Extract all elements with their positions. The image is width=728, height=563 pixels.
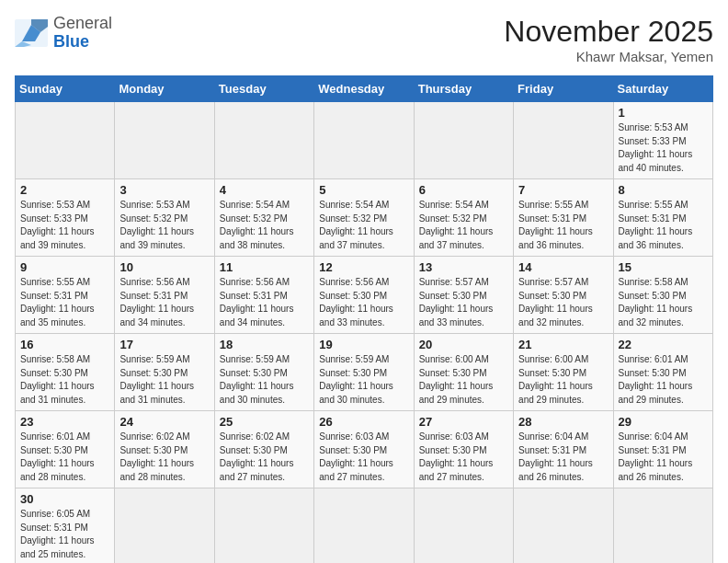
day-number: 22 [619,338,708,351]
calendar-cell [314,488,414,564]
page-header: General Blue November 2025 Khawr Maksar,… [15,15,713,64]
weekday-header: Friday [514,76,613,102]
calendar-cell: 27Sunrise: 6:03 AM Sunset: 5:30 PM Dayli… [414,411,513,488]
calendar-cell [214,102,313,179]
calendar-cell: 20Sunrise: 6:00 AM Sunset: 5:30 PM Dayli… [414,334,513,411]
day-info: Sunrise: 5:53 AM Sunset: 5:33 PM Dayligh… [20,199,109,252]
day-info: Sunrise: 6:04 AM Sunset: 5:31 PM Dayligh… [518,431,608,484]
logo-icon [15,19,48,47]
day-info: Sunrise: 5:56 AM Sunset: 5:30 PM Dayligh… [319,276,408,329]
day-info: Sunrise: 5:55 AM Sunset: 5:31 PM Dayligh… [518,199,608,252]
calendar-cell: 15Sunrise: 5:58 AM Sunset: 5:30 PM Dayli… [613,257,712,334]
day-info: Sunrise: 5:54 AM Sunset: 5:32 PM Dayligh… [319,199,408,252]
calendar-cell [414,102,513,179]
calendar-week-row: 1Sunrise: 5:53 AM Sunset: 5:33 PM Daylig… [16,102,713,179]
logo: General Blue [15,15,112,52]
day-info: Sunrise: 5:59 AM Sunset: 5:30 PM Dayligh… [119,353,209,407]
calendar-cell: 9Sunrise: 5:55 AM Sunset: 5:31 PM Daylig… [16,257,115,334]
day-number: 24 [119,415,209,429]
day-number: 5 [319,183,408,197]
calendar-cell: 5Sunrise: 5:54 AM Sunset: 5:32 PM Daylig… [314,179,414,257]
day-number: 29 [619,415,708,429]
calendar-cell [314,102,414,179]
calendar-cell: 6Sunrise: 5:54 AM Sunset: 5:32 PM Daylig… [414,179,513,257]
weekday-header: Monday [115,76,214,102]
day-info: Sunrise: 6:05 AM Sunset: 5:31 PM Dayligh… [20,508,109,561]
calendar-cell: 3Sunrise: 5:53 AM Sunset: 5:32 PM Daylig… [115,179,214,257]
day-number: 28 [518,415,608,429]
day-number: 21 [518,338,608,351]
day-number: 7 [518,183,608,197]
calendar-table: SundayMondayTuesdayWednesdayThursdayFrid… [15,75,713,563]
day-info: Sunrise: 6:03 AM Sunset: 5:30 PM Dayligh… [319,431,408,484]
month-year-title: November 2025 [504,15,713,49]
day-info: Sunrise: 5:56 AM Sunset: 5:31 PM Dayligh… [220,276,309,329]
logo-text: General Blue [53,15,112,52]
day-info: Sunrise: 6:02 AM Sunset: 5:30 PM Dayligh… [119,431,209,484]
calendar-cell [16,102,115,179]
day-info: Sunrise: 5:56 AM Sunset: 5:31 PM Dayligh… [119,276,209,329]
calendar-cell: 4Sunrise: 5:54 AM Sunset: 5:32 PM Daylig… [214,179,313,257]
calendar-cell: 10Sunrise: 5:56 AM Sunset: 5:31 PM Dayli… [115,257,214,334]
weekday-header: Saturday [613,76,712,102]
day-info: Sunrise: 5:53 AM Sunset: 5:32 PM Dayligh… [119,199,209,252]
day-info: Sunrise: 5:57 AM Sunset: 5:30 PM Dayligh… [518,276,608,329]
day-number: 23 [20,415,109,429]
day-number: 2 [20,183,109,197]
calendar-week-row: 2Sunrise: 5:53 AM Sunset: 5:33 PM Daylig… [16,179,713,257]
calendar-week-row: 30Sunrise: 6:05 AM Sunset: 5:31 PM Dayli… [16,488,713,564]
day-number: 20 [419,338,508,351]
day-number: 6 [419,183,508,197]
calendar-cell: 21Sunrise: 6:00 AM Sunset: 5:30 PM Dayli… [514,334,613,411]
day-info: Sunrise: 5:53 AM Sunset: 5:33 PM Dayligh… [619,121,708,175]
day-info: Sunrise: 5:57 AM Sunset: 5:30 PM Dayligh… [419,276,508,329]
calendar-cell [514,488,613,564]
calendar-cell: 16Sunrise: 5:58 AM Sunset: 5:30 PM Dayli… [16,334,115,411]
calendar-cell: 28Sunrise: 6:04 AM Sunset: 5:31 PM Dayli… [514,411,613,488]
calendar-cell: 8Sunrise: 5:55 AM Sunset: 5:31 PM Daylig… [613,179,712,257]
calendar-cell: 29Sunrise: 6:04 AM Sunset: 5:31 PM Dayli… [613,411,712,488]
day-info: Sunrise: 5:59 AM Sunset: 5:30 PM Dayligh… [220,353,309,407]
day-number: 8 [619,183,708,197]
day-info: Sunrise: 5:54 AM Sunset: 5:32 PM Dayligh… [419,199,508,252]
logo-blue: Blue [53,32,89,51]
weekday-header: Thursday [414,76,513,102]
day-number: 12 [319,260,408,274]
calendar-cell: 23Sunrise: 6:01 AM Sunset: 5:30 PM Dayli… [16,411,115,488]
day-number: 14 [518,260,608,274]
calendar-cell [115,488,214,564]
day-number: 13 [419,260,508,274]
day-info: Sunrise: 5:55 AM Sunset: 5:31 PM Dayligh… [619,199,708,252]
calendar-cell: 11Sunrise: 5:56 AM Sunset: 5:31 PM Dayli… [214,257,313,334]
day-info: Sunrise: 6:01 AM Sunset: 5:30 PM Dayligh… [20,431,109,484]
calendar-week-row: 23Sunrise: 6:01 AM Sunset: 5:30 PM Dayli… [16,411,713,488]
day-number: 26 [319,415,408,429]
calendar-week-row: 9Sunrise: 5:55 AM Sunset: 5:31 PM Daylig… [16,257,713,334]
calendar-cell: 26Sunrise: 6:03 AM Sunset: 5:30 PM Dayli… [314,411,414,488]
day-info: Sunrise: 6:00 AM Sunset: 5:30 PM Dayligh… [518,353,608,407]
day-number: 25 [220,415,309,429]
day-number: 18 [220,338,309,351]
calendar-cell [115,102,214,179]
day-number: 3 [119,183,209,197]
calendar-cell: 13Sunrise: 5:57 AM Sunset: 5:30 PM Dayli… [414,257,513,334]
location-subtitle: Khawr Maksar, Yemen [504,49,713,64]
weekday-header: Wednesday [314,76,414,102]
calendar-cell: 12Sunrise: 5:56 AM Sunset: 5:30 PM Dayli… [314,257,414,334]
calendar-cell: 1Sunrise: 5:53 AM Sunset: 5:33 PM Daylig… [613,102,712,179]
weekday-header: Sunday [16,76,115,102]
logo-general: General [53,14,112,32]
calendar-cell [414,488,513,564]
day-info: Sunrise: 6:02 AM Sunset: 5:30 PM Dayligh… [220,431,309,484]
calendar-cell: 17Sunrise: 5:59 AM Sunset: 5:30 PM Dayli… [115,334,214,411]
calendar-cell: 18Sunrise: 5:59 AM Sunset: 5:30 PM Dayli… [214,334,313,411]
day-info: Sunrise: 6:04 AM Sunset: 5:31 PM Dayligh… [619,431,708,484]
day-info: Sunrise: 5:58 AM Sunset: 5:30 PM Dayligh… [20,353,109,407]
calendar-cell: 19Sunrise: 5:59 AM Sunset: 5:30 PM Dayli… [314,334,414,411]
day-info: Sunrise: 6:01 AM Sunset: 5:30 PM Dayligh… [619,353,708,407]
calendar-cell [214,488,313,564]
day-number: 17 [119,338,209,351]
day-info: Sunrise: 6:00 AM Sunset: 5:30 PM Dayligh… [419,353,508,407]
day-info: Sunrise: 5:58 AM Sunset: 5:30 PM Dayligh… [619,276,708,329]
day-number: 19 [319,338,408,351]
